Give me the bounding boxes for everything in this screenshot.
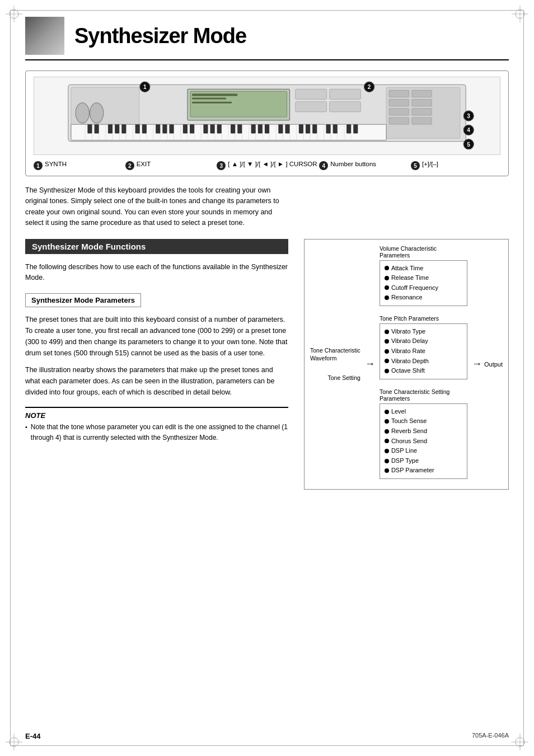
left-column: Synthesizer Mode Functions The following… [25, 239, 288, 490]
svg-rect-77 [108, 124, 113, 133]
svg-rect-101 [333, 124, 338, 133]
set-param-2: Touch Sense [385, 416, 462, 426]
corner-mark-tr [512, 6, 528, 22]
vol-param-3: Cutoff Frequency [385, 283, 462, 293]
svg-rect-102 [346, 124, 351, 133]
svg-rect-27 [412, 90, 432, 97]
body-text-2: The illustration nearby shows the parame… [25, 364, 288, 398]
diagram-container: Tone Characteristic Waveform Tone Settin… [304, 239, 509, 490]
svg-rect-96 [285, 124, 289, 133]
pitch-param-1: Vibrato Type [385, 327, 462, 337]
svg-rect-20 [192, 102, 232, 104]
footer-code: 705A-E-046A [472, 732, 509, 740]
corner-mark-tl [6, 6, 22, 22]
note-bullet: • Note that the tone whose parameter you… [25, 422, 288, 443]
page-header: Synthesizer Mode [25, 17, 509, 60]
note-section: NOTE • Note that the tone whose paramete… [25, 407, 288, 443]
pitch-param-2: Vibrato Delay [385, 336, 462, 346]
svg-rect-31 [412, 109, 432, 115]
tone-setting-label: Tone Setting [310, 374, 360, 381]
output-label: Output [484, 361, 503, 368]
legend-label-1: SYNTH [45, 161, 123, 167]
keyboard-diagram-box: 1 2 3 4 5 1 SYNTH 2 [25, 71, 509, 176]
pitch-section: Tone Pitch Parameters Vibrato Type Vibra… [380, 315, 467, 384]
vol-param-2: Release Time [385, 273, 462, 283]
svg-rect-22 [330, 89, 361, 99]
body-text-1: The preset tones that are built into thi… [25, 314, 288, 359]
svg-rect-90 [231, 124, 235, 133]
pitch-param-4: Vibrato Depth [385, 356, 462, 367]
svg-text:4: 4 [467, 127, 470, 133]
volume-title: Volume Characteristic Parameters [380, 245, 467, 259]
svg-text:3: 3 [467, 113, 470, 119]
svg-rect-18 [192, 93, 237, 96]
set-param-4: Chorus Send [385, 436, 462, 447]
svg-rect-92 [251, 124, 256, 133]
svg-rect-76 [95, 124, 99, 133]
pitch-box: Vibrato Type Vibrato Delay Vibrato Rate … [380, 323, 467, 379]
svg-rect-94 [265, 124, 269, 133]
svg-rect-29 [412, 100, 432, 106]
svg-rect-97 [299, 124, 303, 133]
set-param-5: DSP Line [385, 446, 462, 456]
legend-label-5: [+]/[–] [422, 161, 500, 167]
footer-page-number: E-44 [25, 732, 40, 740]
svg-rect-28 [389, 100, 409, 106]
svg-text:5: 5 [467, 142, 470, 148]
legend-num-1: 1 [34, 161, 43, 170]
svg-rect-32 [389, 118, 409, 124]
svg-rect-30 [389, 109, 409, 115]
legend-item-2: 2 EXIT [125, 161, 215, 170]
svg-rect-79 [121, 124, 126, 133]
svg-rect-23 [296, 102, 327, 112]
keyboard-diagram-image: 1 2 3 4 5 [34, 77, 500, 155]
pitch-param-3: Vibrato Rate [385, 346, 462, 356]
svg-text:1: 1 [143, 84, 147, 90]
svg-rect-95 [278, 124, 283, 133]
svg-rect-93 [258, 124, 263, 133]
set-param-7: DSP Parameter [385, 466, 462, 476]
svg-rect-87 [203, 124, 208, 133]
svg-rect-33 [412, 118, 432, 124]
setting-box: Level Touch Sense Reverb Send Chorus Sen… [380, 403, 467, 479]
flow-arrow: → [365, 245, 375, 484]
volume-box: Attack Time Release Time Cutoff Frequenc… [380, 260, 467, 306]
svg-text:2: 2 [368, 84, 371, 90]
footer: E-44 705A-E-046A [25, 732, 509, 740]
section-heading: Synthesizer Mode Functions [25, 239, 288, 254]
legend-num-3: 3 [217, 161, 226, 170]
svg-rect-19 [192, 98, 226, 100]
legend-num-2: 2 [125, 161, 134, 170]
set-param-1: Level [385, 407, 462, 417]
svg-rect-98 [306, 124, 310, 133]
svg-point-14 [76, 103, 89, 124]
pitch-title: Tone Pitch Parameters [380, 315, 467, 322]
setting-section: Tone Characteristic Setting Parameters L… [380, 388, 467, 483]
volume-section: Volume Characteristic Parameters Attack … [380, 245, 467, 311]
intro-text: The Synthesizer Mode of this keyboard pr… [25, 185, 288, 229]
svg-rect-26 [389, 90, 409, 97]
svg-rect-99 [312, 124, 317, 133]
sub-section-heading: Synthesizer Mode Parameters [25, 293, 141, 307]
corner-mark-br [512, 734, 528, 750]
set-param-3: Reverb Send [385, 426, 462, 436]
svg-rect-85 [183, 124, 188, 133]
svg-rect-81 [142, 124, 147, 133]
svg-rect-88 [210, 124, 215, 133]
legend-item-1: 1 SYNTH [34, 161, 123, 170]
tone-char-waveform-label: Tone Characteristic Waveform [310, 347, 360, 362]
page-title: Synthesizer Mode [74, 24, 246, 48]
note-title: NOTE [25, 411, 288, 420]
legend-label-3: [ ▲ ]/[ ▼ ]/[ ◄ ]/[ ► ] CURSOR [228, 161, 317, 167]
svg-rect-91 [237, 124, 242, 133]
svg-rect-89 [217, 124, 222, 133]
legend-item-4: 4 Number buttons [319, 161, 409, 170]
corner-mark-bl [6, 734, 22, 750]
legend-row: 1 SYNTH 2 EXIT 3 [ ▲ ]/[ ▼ ]/[ ◄ ]/[ ► ]… [34, 161, 500, 170]
svg-rect-84 [169, 124, 174, 133]
pitch-param-5: Octave Shift [385, 366, 462, 376]
legend-item-5: 5 [+]/[–] [411, 161, 500, 170]
svg-rect-78 [115, 124, 119, 133]
following-text: The following describes how to use each … [25, 262, 288, 284]
header-icon-block [25, 17, 64, 55]
